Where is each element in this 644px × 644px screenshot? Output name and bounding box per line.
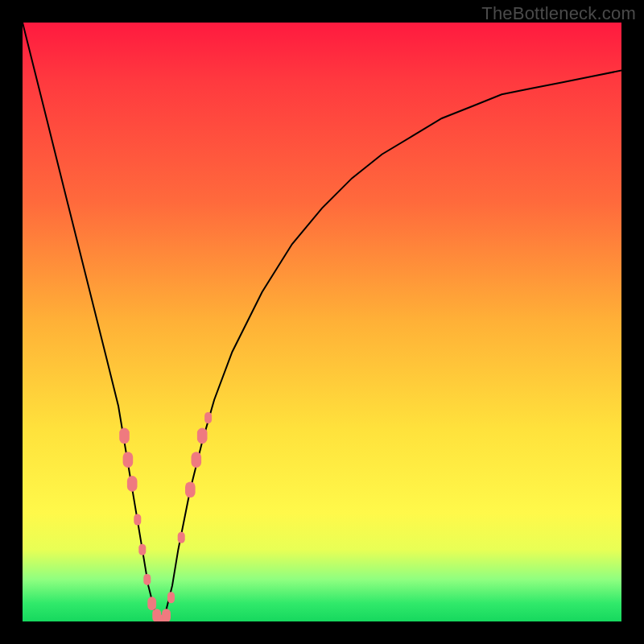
curve-marker [147, 597, 156, 610]
curve-marker [185, 482, 196, 498]
marker-layer [119, 412, 212, 621]
curve-marker [119, 428, 130, 444]
bottleneck-curve-line [23, 23, 621, 621]
curve-marker [162, 609, 171, 621]
curve-marker [143, 574, 151, 585]
chart-svg [23, 23, 621, 621]
watermark-text: TheBottleneck.com [481, 3, 636, 24]
curve-marker [127, 476, 138, 492]
curve-marker [138, 544, 146, 555]
curve-marker [167, 592, 175, 603]
curve-marker [197, 428, 208, 444]
chart-plot-area [23, 23, 621, 621]
curve-marker [192, 452, 202, 468]
chart-frame: TheBottleneck.com [0, 0, 644, 644]
curve-marker [134, 514, 141, 526]
curve-marker [178, 532, 185, 543]
curve-marker [204, 412, 212, 423]
curve-marker [123, 452, 134, 468]
